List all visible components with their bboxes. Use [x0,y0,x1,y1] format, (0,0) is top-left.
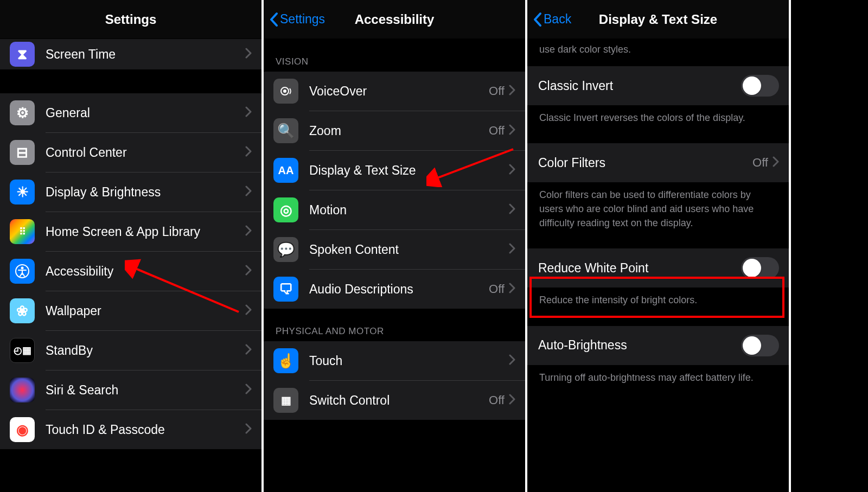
row-color-filters[interactable]: Color Filters Off [527,143,789,182]
motion-icon: ◎ [273,197,298,222]
row-label: Control Center [46,145,245,160]
row-label: Switch Control [309,393,489,408]
chevron-right-icon [509,354,515,367]
settings-group-main: ⚙ General ⊟ Control Center ☀ Display & B… [0,93,261,449]
chevron-right-icon [245,225,252,238]
page-title: Display & Text Size [599,12,717,27]
chevron-right-icon [245,384,252,397]
row-accessibility[interactable]: Accessibility [0,252,261,291]
audio-description-icon: 🗨 [273,277,298,302]
chevron-right-icon [245,265,252,278]
chevron-right-icon [245,106,252,119]
row-label: Touch ID & Passcode [46,423,245,437]
row-reduce-white-point[interactable]: Reduce White Point [527,248,789,287]
row-display-brightness[interactable]: ☀ Display & Brightness [0,172,261,212]
chevron-right-icon [509,85,515,98]
row-label: Auto-Brightness [538,338,741,353]
chevron-right-icon [245,344,252,357]
row-classic-invert[interactable]: Classic Invert [527,66,789,105]
row-label: Reduce White Point [538,261,741,276]
chevron-right-icon [509,203,515,216]
row-screen-time[interactable]: ⧗ Screen Time [0,39,261,69]
switch-control-icon: ▦ [273,388,298,413]
row-label: Wallpaper [46,304,245,318]
siri-icon [10,378,35,402]
speech-bubble-icon: 💬 [273,237,298,262]
row-label: Display & Text Size [309,163,509,178]
apps-grid-icon: ⠿ [10,219,35,244]
row-value: Off [489,282,505,296]
chevron-right-icon [245,304,252,317]
hourglass-icon: ⧗ [10,42,35,67]
navbar-accessibility: Settings Accessibility [264,0,525,39]
accessibility-icon [10,259,35,284]
page-title: Settings [105,12,157,27]
row-label: Motion [309,203,509,218]
row-motion[interactable]: ◎ Motion [264,190,525,229]
row-label: Siri & Search [46,383,245,398]
color-filters-group: Color Filters Off [527,143,789,182]
row-control-center[interactable]: ⊟ Control Center [0,133,261,172]
motor-group: ☝ Touch ▦ Switch Control Off [264,341,525,420]
fingerprint-icon: ◉ [10,417,35,442]
group-footer: Color filters can be used to differentia… [527,182,789,238]
row-label: Display & Brightness [46,185,245,200]
text-size-icon: AA [273,158,298,183]
group-footer: use dark color styles. [527,39,789,64]
page-title: Accessibility [355,12,435,27]
group-footer: Classic Invert reverses the colors of th… [527,105,789,132]
row-siri-search[interactable]: Siri & Search [0,370,261,410]
row-label: Color Filters [538,156,752,170]
switches-icon: ⊟ [10,140,35,165]
flower-icon: ❀ [10,298,35,323]
clock-widget-icon: ◴▦ [10,338,35,363]
chevron-right-icon [509,283,515,296]
row-switch-control[interactable]: ▦ Switch Control Off [264,381,525,420]
reduce-white-point-group: Reduce White Point [527,248,789,287]
navbar-settings: Settings [0,0,261,39]
toggle-auto-brightness[interactable] [741,335,779,356]
row-label: VoiceOver [309,84,489,99]
chevron-right-icon [245,186,252,199]
row-value: Off [489,393,505,407]
row-value: Off [752,156,768,170]
row-label: Spoken Content [309,242,509,257]
row-label: Touch [309,354,509,368]
chevron-right-icon [245,48,252,61]
section-header-vision: VISION [264,39,525,72]
row-general[interactable]: ⚙ General [0,93,261,132]
row-label: General [46,106,245,120]
row-audio-descriptions[interactable]: 🗨 Audio Descriptions Off [264,270,525,309]
row-home-screen[interactable]: ⠿ Home Screen & App Library [0,212,261,251]
row-label: Zoom [309,124,489,138]
pane-settings: Settings ⧗ Screen Time ⚙ General ⊟ Contr… [0,0,264,492]
row-display-text-size[interactable]: AA Display & Text Size [264,151,525,190]
magnifier-icon: 🔍 [273,118,298,143]
chevron-right-icon [509,243,515,256]
back-button[interactable]: Settings [269,12,325,27]
row-touch[interactable]: ☝ Touch [264,341,525,380]
row-wallpaper[interactable]: ❀ Wallpaper [0,291,261,330]
back-button[interactable]: Back [533,12,571,27]
group-footer: Turning off auto-brightness may affect b… [527,365,789,392]
row-label: Home Screen & App Library [46,225,245,239]
toggle-reduce-white-point[interactable] [741,257,779,279]
vision-group: VoiceOver Off 🔍 Zoom Off AA Display & Te… [264,72,525,309]
chevron-right-icon [245,146,252,159]
row-value: Off [489,124,505,138]
toggle-classic-invert[interactable] [741,75,779,97]
row-spoken-content[interactable]: 💬 Spoken Content [264,230,525,269]
row-voiceover[interactable]: VoiceOver Off [264,72,525,111]
row-auto-brightness[interactable]: Auto-Brightness [527,326,789,365]
row-label: Audio Descriptions [309,282,489,297]
row-label: Classic Invert [538,79,741,93]
chevron-right-icon [509,164,515,177]
auto-brightness-group: Auto-Brightness [527,326,789,365]
pane-display-text-size: Back Display & Text Size use dark color … [527,0,791,492]
row-label: Accessibility [46,264,245,279]
row-standby[interactable]: ◴▦ StandBy [0,331,261,370]
chevron-right-icon [773,156,779,169]
row-touch-id[interactable]: ◉ Touch ID & Passcode [0,410,261,449]
row-label: Screen Time [46,47,245,62]
row-zoom[interactable]: 🔍 Zoom Off [264,111,525,150]
